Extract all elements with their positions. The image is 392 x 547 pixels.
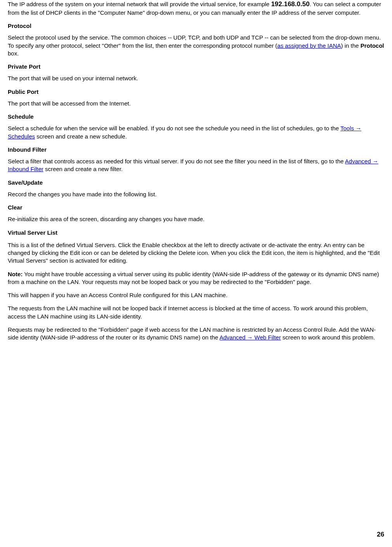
note-label: Note:	[8, 271, 23, 277]
schedule-description: Select a schedule for when the service w…	[8, 125, 384, 140]
inbound-desc-a: Select a filter that controls access as …	[8, 158, 345, 164]
inbound-desc-b: screen and create a new filter.	[43, 166, 123, 172]
protocol-term: Protocol	[8, 22, 384, 30]
note-p2: This will happen if you have an Access C…	[8, 291, 384, 299]
schedule-term: Schedule	[8, 113, 384, 121]
schedule-desc-a: Select a schedule for when the service w…	[8, 125, 340, 132]
schedule-desc-b: screen and create a new schedule.	[35, 133, 127, 140]
page-number: 26	[377, 530, 384, 539]
protocol-description: Select the protocol used by the service.…	[8, 34, 384, 57]
clear-term: Clear	[8, 204, 384, 211]
save-update-description: Record the changes you have made into th…	[8, 190, 384, 198]
public-port-description: The port that will be accessed from the …	[8, 100, 384, 107]
inbound-filter-description: Select a filter that controls access as …	[8, 158, 384, 173]
virtual-server-list-description: This is a list of the defined Virtual Se…	[8, 241, 384, 265]
note-p3: The requests from the LAN machine will n…	[8, 305, 384, 320]
advanced-web-filter-link[interactable]: Advanced → Web Filter	[220, 334, 281, 341]
note-p4-b: screen to work around this problem.	[281, 334, 375, 341]
virtual-server-list-header: Virtual Server List	[8, 229, 384, 237]
private-port-description: The port that will be used on your inter…	[8, 74, 384, 82]
ip-address-description: The IP address of the system on your int…	[8, 0, 384, 17]
iana-link[interactable]: as assigned by the IANA	[277, 42, 341, 49]
note-p1-text: You might have trouble accessing a virtu…	[8, 271, 379, 285]
note-p4: Requests may be redirected to the "Forbi…	[8, 326, 384, 342]
ip-desc-a: The IP address of the system on your int…	[8, 1, 271, 7]
protocol-bold: Protocol	[361, 42, 384, 49]
clear-description: Re-initialize this area of the screen, d…	[8, 215, 384, 223]
private-port-term: Private Port	[8, 63, 384, 71]
inbound-filter-term: Inbound Filter	[8, 146, 384, 154]
protocol-desc-c: box.	[8, 50, 19, 57]
save-update-term: Save/Update	[8, 179, 384, 187]
public-port-term: Public Port	[8, 88, 384, 96]
protocol-desc-b: ) in the	[341, 42, 361, 49]
ip-address-value: 192.168.0.50	[271, 0, 309, 8]
note-p1: Note: You might have trouble accessing a…	[8, 270, 384, 286]
